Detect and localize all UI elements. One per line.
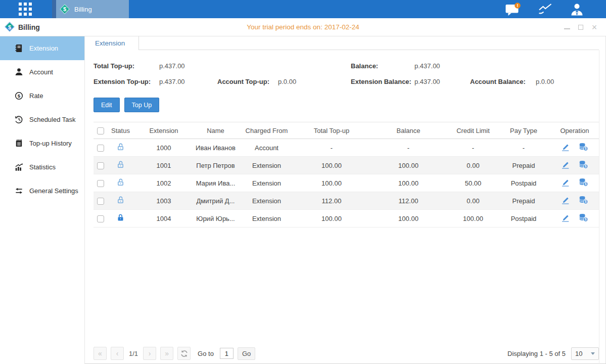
last-page-button[interactable]: » [160,347,173,360]
go-button[interactable]: Go [238,347,255,360]
cell-charged-from: Extension [238,174,296,192]
extension-topup-value: p.437.00 [159,78,217,85]
resource-monitor-icon[interactable] [538,3,553,16]
apps-menu-icon[interactable] [19,3,32,16]
status-locked [116,213,125,222]
cell-credit-limit: 50.00 [449,174,497,192]
col-status: Status [107,122,134,139]
close-button[interactable]: × [591,24,598,31]
row-edit-button[interactable] [561,213,570,222]
trial-notice: Your trial period ends on: 2017-02-24 [0,23,606,31]
prev-page-button[interactable]: ‹ [111,347,124,360]
col-name: Name [194,122,238,139]
extension-topup-label: Extension Top-up: [94,78,159,85]
app-tab-billing[interactable]: $ Billing [52,0,129,18]
row-checkbox[interactable] [97,215,104,222]
row-topup-button[interactable]: $ [579,196,588,204]
cell-credit-limit: 100.00 [449,210,497,228]
billing-app-icon: $ [60,4,70,14]
sidebar-item-topup-history[interactable]: Top-up History [0,131,84,155]
cell-charged-from: Extension [238,192,296,210]
row-checkbox[interactable] [97,180,104,187]
edit-row-icon [561,178,570,187]
sidebar-item-statistics[interactable]: Statistics [0,155,84,179]
row-edit-button[interactable] [561,143,570,151]
cell-extension: 1001 [134,157,194,174]
page-size-select[interactable]: 10 [571,347,599,360]
cell-balance: 100.00 [367,157,449,174]
first-page-button[interactable]: « [94,347,107,360]
cell-pay-type: Postpaid [497,210,550,228]
row-topup-button[interactable]: $ [579,213,588,222]
cell-total-topup: 112.00 [296,192,367,210]
table-row: 1000Иван ИвановAccount----$ [94,139,599,157]
unlocked-icon [116,178,125,187]
sidebar-item-label: Statistics [29,163,56,171]
cell-extension: 1003 [134,192,194,210]
cell-charged-from: Account [238,139,296,157]
svg-text:$: $ [585,147,587,151]
status-unlocked [116,143,125,151]
sidebar-item-scheduled-task[interactable]: Scheduled Task [0,108,84,131]
select-all-checkbox[interactable] [97,127,104,134]
notifications-icon[interactable]: ! [505,3,521,16]
refresh-button[interactable] [177,347,191,360]
account-balance-value: p.0.00 [536,78,554,85]
row-checkbox[interactable] [97,162,104,169]
minimize-button[interactable] [564,24,571,31]
col-extension: Extension [134,122,194,139]
row-topup-button[interactable]: $ [579,143,588,151]
row-edit-button[interactable] [561,178,570,187]
balance-summary: Total Top-up: p.437.00 Extension Top-up:… [94,58,599,89]
total-topup-label: Total Top-up: [94,62,159,70]
maximize-button[interactable] [577,24,584,31]
bar-chart-icon [15,163,23,171]
billing-window-icon: $ [5,22,15,32]
cell-credit-limit: 0.00 [449,192,497,210]
notification-badge-text: ! [517,3,519,8]
refresh-icon [180,350,188,357]
cell-pay-type: Prepaid [497,192,550,210]
svg-text:$: $ [585,182,587,186]
extension-balance-value: p.437.00 [414,78,470,85]
edit-button[interactable]: Edit [94,98,120,112]
top-up-row-icon: $ [579,196,588,204]
sidebar-item-account[interactable]: Account [0,60,84,84]
cell-name: Иван Иванов [194,139,238,157]
account-topup-value: p.0.00 [278,78,296,85]
row-topup-button[interactable]: $ [579,178,588,187]
row-edit-button[interactable] [561,196,570,204]
cell-pay-type: Postpaid [497,174,550,192]
user-menu-icon[interactable] [570,3,584,16]
page-size-value: 10 [575,350,582,357]
sidebar-item-label: Rate [29,92,43,100]
row-edit-button[interactable] [561,160,570,169]
row-checkbox[interactable] [97,145,104,152]
top-up-button[interactable]: Top Up [124,98,160,112]
unlocked-icon [116,143,125,151]
sidebar-item-extension[interactable]: Extension [0,36,84,60]
edit-row-icon [561,196,570,204]
cell-pay-type: - [497,139,550,157]
dollar-coin-icon: $ [15,92,23,100]
status-unlocked [116,196,125,204]
cell-name: Дмитрий Д... [194,192,238,210]
tabbar: Extension [94,36,599,50]
tab-extension[interactable]: Extension [94,36,139,50]
next-page-button[interactable]: › [143,347,156,360]
sidebar-item-rate[interactable]: $ Rate [0,84,84,108]
row-checkbox[interactable] [97,198,104,205]
unlocked-icon [116,160,125,169]
row-topup-button[interactable]: $ [579,160,588,169]
sidebar-item-label: General Settings [29,187,78,195]
cell-balance: 100.00 [367,210,449,228]
locked-icon [116,213,125,222]
svg-text:$: $ [585,217,587,221]
cell-charged-from: Extension [238,210,296,228]
top-up-row-icon: $ [579,160,588,169]
sidebar-item-general-settings[interactable]: General Settings [0,179,84,203]
svg-text:$: $ [585,164,587,168]
goto-page-input[interactable] [220,348,234,359]
app-tab-label: Billing [74,6,92,13]
account-topup-label: Account Top-up: [217,78,278,85]
